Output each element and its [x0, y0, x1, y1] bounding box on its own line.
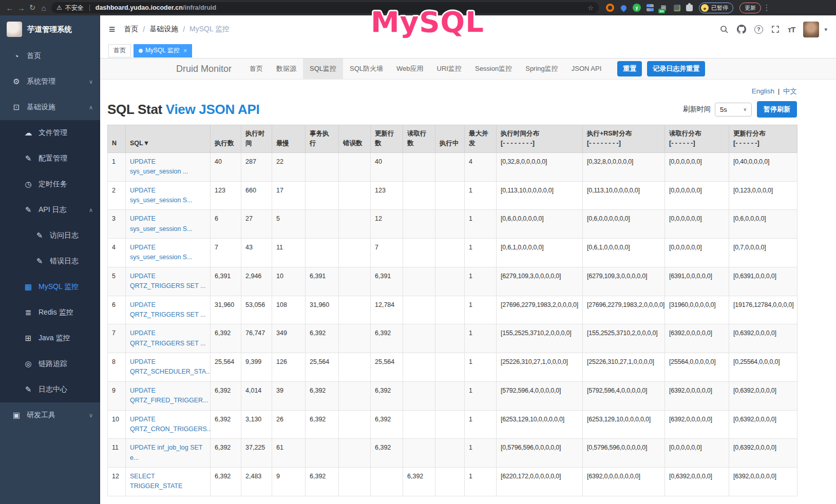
extension-orange-icon[interactable]	[606, 4, 614, 12]
sidebar-item-redis[interactable]: ≣Redis 监控	[0, 300, 100, 325]
sidebar-item-config[interactable]: ✎配置管理	[0, 146, 100, 171]
druid-nav-Session监控[interactable]: Session监控	[468, 59, 519, 79]
druid-nav-Web应用[interactable]: Web应用	[390, 59, 430, 79]
sidebar-item-access-log[interactable]: ✎访问日志	[0, 223, 100, 248]
github-icon[interactable]	[737, 25, 746, 34]
profile-paused-badge[interactable]: 已暂停	[699, 3, 733, 13]
chrome-update-button[interactable]: 更新	[739, 3, 761, 13]
sidebar-item-infra[interactable]: ⊡基础设施∧	[0, 94, 100, 120]
lang-separator: |	[778, 87, 780, 95]
sql-link[interactable]: UPDATE sys_user_session S...	[130, 244, 193, 261]
forward-icon[interactable]: →	[15, 4, 27, 12]
sidebar-item-system[interactable]: ⚙系统管理∨	[0, 69, 100, 94]
security-label[interactable]: 不安全	[65, 4, 84, 12]
back-icon[interactable]: ←	[4, 4, 15, 12]
breadcrumb-item[interactable]: 基础设施	[149, 25, 178, 34]
sql-link[interactable]: UPDATE QRTZ_TRIGGERS SET ...	[130, 273, 205, 289]
column-header: 读取行分布[- - - - - -]	[665, 125, 729, 153]
druid-nav-URI监控[interactable]: URI监控	[430, 59, 468, 79]
sql-link[interactable]: UPDATE sys_user_session ...	[130, 158, 188, 175]
sql-link[interactable]: UPDATE QRTZ_CRON_TRIGGERS...	[130, 416, 211, 433]
home-icon[interactable]: ⌂	[38, 4, 49, 12]
sql-link[interactable]: SELECT TRIGGER_STATE	[130, 473, 182, 490]
extensions-puzzle-icon[interactable]	[686, 5, 693, 11]
cell: 6,392	[371, 324, 403, 353]
sql-link[interactable]: UPDATE QRTZ_FIRED_TRIGGER...	[130, 387, 208, 404]
lang-english-link[interactable]: English	[752, 87, 774, 95]
cell: 40	[211, 152, 241, 181]
druid-nav-数据源[interactable]: 数据源	[270, 59, 303, 79]
tab-mysql-monitor[interactable]: MySQL 监控×	[134, 44, 192, 57]
cell	[403, 239, 435, 267]
extension-pin-icon[interactable]	[619, 4, 628, 12]
cell: 4,014	[241, 381, 272, 410]
cell: 6,392	[306, 468, 339, 496]
column-header: 读取行数	[403, 125, 435, 153]
sql-link[interactable]: UPDATE QRTZ_TRIGGERS SET ...	[130, 301, 205, 318]
sidebar-item-job[interactable]: ◷定时任务	[0, 171, 100, 197]
chrome-menu-icon[interactable]: ⋮	[761, 3, 772, 12]
table-row: 2UPDATE sys_user_session S...12366017123…	[108, 181, 797, 210]
cell: [0,113,10,0,0,0,0,0]	[497, 181, 583, 210]
chevron-down-icon[interactable]: ▾	[824, 26, 827, 33]
cell: 6,392	[371, 439, 403, 468]
extension-leaf-icon[interactable]	[673, 4, 681, 12]
cell: [6220,172,0,0,0,0,0,0]	[497, 468, 583, 496]
help-icon[interactable]: ?	[754, 25, 763, 34]
fullscreen-icon[interactable]	[771, 25, 780, 33]
cell	[403, 152, 435, 181]
reload-icon[interactable]: ↻	[27, 3, 38, 12]
sql-link[interactable]: UPDATE inf_job_log SET e...	[130, 444, 202, 461]
search-icon[interactable]	[720, 25, 729, 34]
refresh-interval-select[interactable]: 5s∨	[715, 103, 752, 117]
bookmark-star-icon[interactable]: ☆	[587, 4, 594, 12]
sql-link[interactable]: UPDATE QRTZ_TRIGGERS SET ...	[130, 329, 205, 346]
sql-link[interactable]: UPDATE sys_user_session S...	[130, 215, 193, 232]
sidebar-item-tracer[interactable]: ◎链路追踪	[0, 351, 100, 377]
druid-brand[interactable]: Druid Monitor	[176, 64, 232, 74]
druid-nav-首页[interactable]: 首页	[243, 59, 270, 79]
log-and-reset-button[interactable]: 记录日志并重置	[647, 61, 705, 76]
breadcrumb-item[interactable]: 首页	[124, 25, 138, 34]
sidebar-item-home[interactable]: ◔首页	[0, 43, 100, 69]
sidebar-item-java[interactable]: ⊞Java 监控	[0, 325, 100, 351]
table-row: 8UPDATE QRTZ_SCHEDULER_STA...25,5649,399…	[108, 353, 797, 382]
sidebar-item-mysql[interactable]: ▦MySQL 监控	[0, 274, 100, 300]
druid-nav-SQL监控[interactable]: SQL监控	[303, 59, 343, 79]
druid-nav-Spring监控[interactable]: Spring监控	[519, 59, 565, 79]
sidebar-item-label: MySQL 监控	[39, 282, 93, 292]
table-row: 3UPDATE sys_user_session S...6275121[0,6…	[108, 210, 797, 239]
sql-link[interactable]: UPDATE sys_user_session S...	[130, 187, 193, 204]
app-logo[interactable]: 芋道管理系统	[0, 15, 100, 43]
hamburger-icon[interactable]: ≡	[109, 23, 115, 35]
cell	[435, 324, 465, 353]
reset-button[interactable]: 重置	[617, 61, 642, 76]
url-bar[interactable]: ⚠ 不安全 dashboard.yudao.iocoder.cn/infra/d…	[51, 2, 599, 13]
view-json-api-link[interactable]: View JSON API	[166, 102, 260, 117]
extension-list-icon[interactable]: ≣on	[659, 4, 668, 12]
cell: 8	[108, 353, 126, 382]
extension-green-icon[interactable]: y	[633, 4, 641, 12]
sidebar-item-api-log[interactable]: ✎API 日志∧	[0, 197, 100, 223]
close-icon[interactable]: ×	[183, 47, 187, 54]
font-size-icon[interactable]: тT	[788, 25, 795, 34]
sidebar-item-file[interactable]: ☁文件管理	[0, 120, 100, 146]
sidebar-item-dev-tools[interactable]: ▣研发工具∨	[0, 402, 100, 428]
chart-icon: ▦	[23, 282, 34, 292]
cell: 108	[272, 296, 306, 324]
tab-home[interactable]: 首页	[108, 44, 131, 57]
druid-nav-SQL防火墙[interactable]: SQL防火墙	[343, 59, 390, 79]
active-dot	[139, 49, 143, 53]
cell: 9	[108, 381, 126, 410]
pause-refresh-button[interactable]: 暂停刷新	[757, 101, 797, 118]
extension-squares-icon[interactable]	[646, 4, 654, 12]
sql-link[interactable]: UPDATE QRTZ_SCHEDULER_STA...	[130, 358, 211, 375]
cell: [6279,109,3,0,0,0,0,0]	[497, 267, 583, 296]
sidebar-item-error-log[interactable]: ✎错误日志	[0, 248, 100, 274]
sidebar-item-log-center[interactable]: ✎日志中心	[0, 377, 100, 402]
column-header: 更新行分布[- - - - - -]	[729, 125, 797, 153]
druid-nav-JSON API[interactable]: JSON API	[565, 59, 609, 79]
user-avatar[interactable]	[803, 22, 819, 37]
lang-chinese-link[interactable]: 中文	[783, 87, 797, 95]
cell: 1	[465, 439, 497, 468]
